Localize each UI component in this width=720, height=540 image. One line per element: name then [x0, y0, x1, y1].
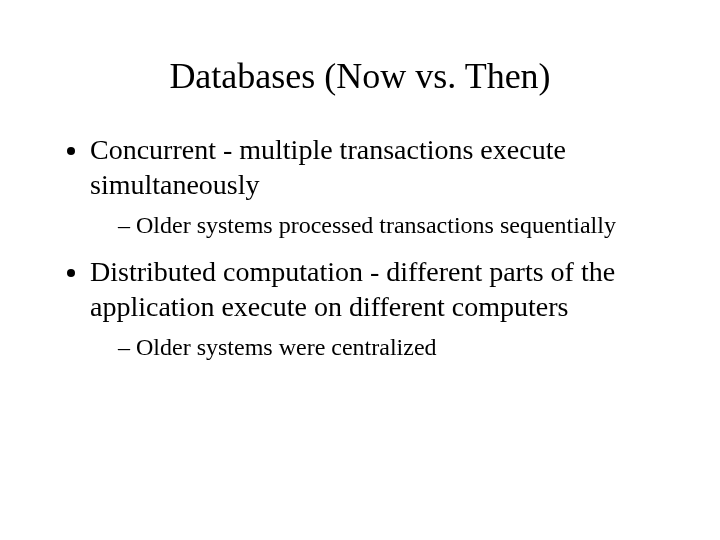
bullet-list: Concurrent - multiple transactions execu… [50, 132, 670, 362]
sub-bullet-text: Older systems processed transactions seq… [136, 212, 616, 238]
sub-bullet-text: Older systems were centralized [136, 334, 437, 360]
sub-list: Older systems were centralized [90, 332, 670, 362]
bullet-text: Concurrent - multiple transactions execu… [90, 134, 566, 200]
sub-list: Older systems processed transactions seq… [90, 210, 670, 240]
slide-title: Databases (Now vs. Then) [50, 55, 670, 97]
slide: Databases (Now vs. Then) Concurrent - mu… [0, 0, 720, 540]
list-item: Older systems processed transactions seq… [118, 210, 670, 240]
bullet-text: Distributed computation - different part… [90, 256, 615, 322]
list-item: Older systems were centralized [118, 332, 670, 362]
list-item: Distributed computation - different part… [90, 254, 670, 362]
list-item: Concurrent - multiple transactions execu… [90, 132, 670, 240]
